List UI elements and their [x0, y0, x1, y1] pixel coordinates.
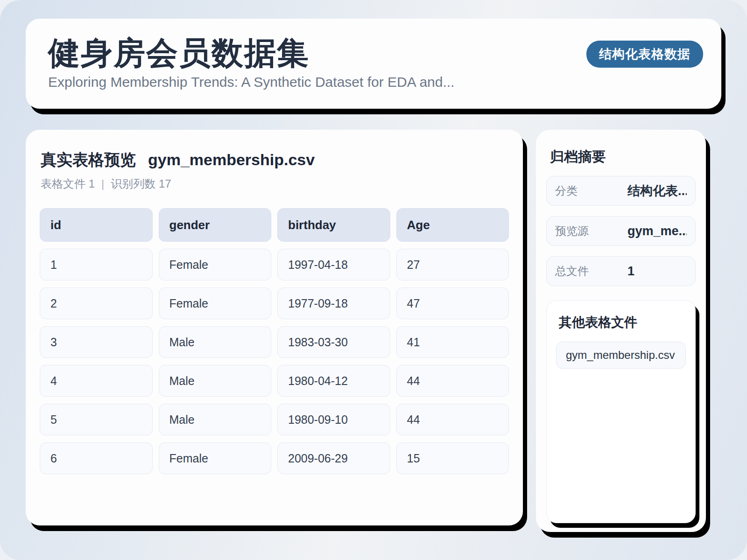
table-cell: Female: [159, 287, 272, 319]
table-cell: Male: [159, 365, 272, 397]
table-cell: 27: [396, 249, 509, 280]
summary-label: 预览源: [555, 224, 627, 238]
table-cell: 1983-03-30: [277, 326, 390, 358]
table-cell: 4: [40, 365, 153, 397]
table-cell: Female: [159, 442, 272, 474]
preview-filename: gym_membership.csv: [148, 151, 315, 169]
summary-item-category: 分类 结构化表...: [546, 176, 696, 206]
page-background: 健身房会员数据集 Exploring Membership Trends: A …: [0, 0, 747, 560]
archive-summary-title: 归档摘要: [550, 147, 696, 167]
page-subtitle: Exploring Membership Trends: A Synthetic…: [48, 74, 699, 90]
meta-files-count: 表格文件 1: [41, 176, 95, 191]
summary-label: 分类: [555, 183, 627, 198]
summary-item-preview-source: 预览源 gym_me...: [546, 216, 696, 246]
column-header-age: Age: [396, 208, 509, 242]
table-cell: 2009-06-29: [277, 442, 390, 474]
table-cell: 1980-04-12: [277, 365, 390, 397]
table-cell: 5: [40, 404, 153, 435]
table-cell: 1980-09-10: [277, 404, 390, 435]
table-cell: 47: [396, 287, 509, 319]
table-cell: 41: [396, 326, 509, 358]
table-cell: 44: [396, 365, 509, 397]
table-cell: Male: [159, 326, 272, 358]
table-cell: Male: [159, 404, 272, 435]
archive-summary-card: 归档摘要 分类 结构化表... 预览源 gym_me... 总文件 1 其他表格…: [536, 130, 706, 532]
preview-titlebar: 真实表格预览 gym_membership.csv: [40, 149, 509, 171]
header-card: 健身房会员数据集 Exploring Membership Trends: A …: [26, 19, 721, 109]
table-cell: 2: [40, 287, 153, 319]
table-cell: 3: [40, 326, 153, 358]
column-header-gender: gender: [159, 208, 272, 242]
category-badge: 结构化表格数据: [586, 41, 703, 68]
meta-separator: |: [101, 177, 104, 190]
table-cell: 15: [396, 442, 509, 474]
table-cell: 1977-09-18: [277, 287, 390, 319]
table-cell: Female: [159, 249, 272, 280]
summary-label: 总文件: [555, 264, 627, 279]
column-header-id: id: [40, 208, 153, 242]
table-cell: 44: [396, 404, 509, 435]
summary-value: 结构化表...: [627, 182, 687, 199]
preview-title: 真实表格预览: [41, 149, 136, 171]
file-item[interactable]: gym_membership.csv: [556, 342, 686, 369]
table-cell: 1: [40, 249, 153, 280]
table-preview-card: 真实表格预览 gym_membership.csv 表格文件 1 | 识别列数 …: [26, 130, 523, 525]
meta-columns-count: 识别列数 17: [111, 176, 171, 191]
table-cell: 1997-04-18: [277, 249, 390, 280]
column-header-birthday: birthday: [277, 208, 390, 242]
other-files-title: 其他表格文件: [559, 314, 686, 331]
table-cell: 6: [40, 442, 153, 474]
preview-meta: 表格文件 1 | 识别列数 17: [40, 176, 509, 191]
other-files-card: 其他表格文件 gym_membership.csv: [546, 300, 696, 523]
data-table: id gender birthday Age 1 Female 1997-04-…: [40, 208, 509, 474]
summary-value: gym_me...: [627, 224, 687, 238]
summary-value: 1: [627, 264, 687, 279]
content-row: 真实表格预览 gym_membership.csv 表格文件 1 | 识别列数 …: [26, 130, 721, 532]
summary-item-total-files: 总文件 1: [546, 256, 696, 286]
